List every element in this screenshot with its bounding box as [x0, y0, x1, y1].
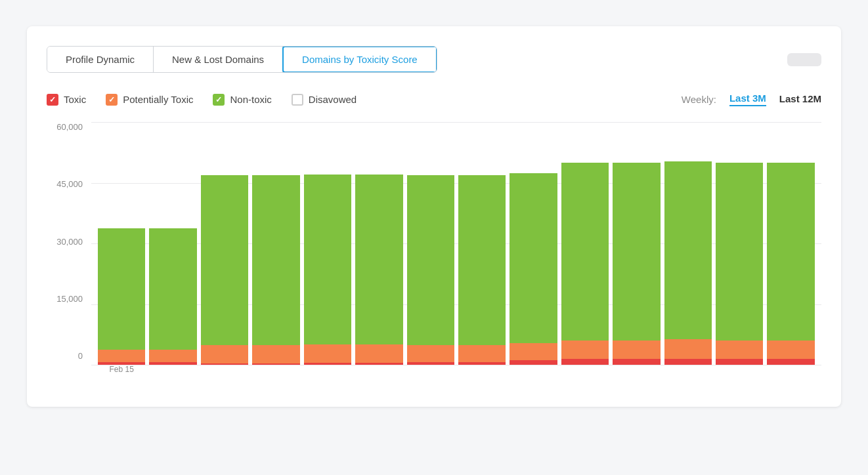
header: Profile DynamicNew & Lost DomainsDomains… — [47, 46, 821, 73]
bar-segment-green — [716, 163, 763, 341]
bar-segment-red — [716, 359, 763, 365]
grid-line — [91, 365, 821, 365]
chart-area: 60,00045,00030,00015,0000 Feb 15 — [47, 122, 821, 381]
bar-group — [767, 122, 814, 365]
bar-segment-green — [613, 163, 660, 341]
bar-segment-orange — [252, 345, 299, 363]
bar-segment-orange — [613, 341, 660, 359]
bar-segment-red — [149, 362, 196, 365]
tabs: Profile DynamicNew & Lost DomainsDomains… — [47, 46, 437, 73]
bar-segment-orange — [98, 350, 145, 363]
bar-group — [716, 122, 763, 365]
bar-segment-green — [252, 175, 299, 345]
bar-segment-green — [510, 173, 557, 343]
bar-segment-red — [407, 362, 454, 365]
y-tick: 0 — [78, 351, 83, 361]
bar-segment-red — [561, 359, 609, 365]
bar-segment-orange — [149, 350, 196, 363]
tab-domains-toxicity[interactable]: Domains by Toxicity Score — [282, 46, 437, 73]
legend-item-toxic[interactable]: ✓Toxic — [47, 94, 86, 106]
bar-segment-green — [767, 163, 814, 341]
legend-label-potentially-toxic: Potentially Toxic — [123, 94, 193, 105]
bar-group — [407, 122, 454, 365]
legend-row: ✓Toxic✓Potentially Toxic✓Non-toxicDisavo… — [47, 93, 821, 106]
bar-group — [613, 122, 660, 365]
bar-segment-red — [304, 363, 351, 365]
bar-segment-red — [252, 363, 299, 365]
chart-plot — [91, 122, 821, 365]
bar-segment-red — [613, 359, 660, 365]
time-controls: Weekly:Last 3MLast 12M — [682, 93, 821, 106]
checkbox-disavowed[interactable] — [292, 94, 303, 106]
x-label-group: Feb 15 — [98, 365, 145, 374]
bar-segment-green — [149, 228, 196, 350]
main-container: Profile DynamicNew & Lost DomainsDomains… — [27, 26, 841, 407]
bar-segment-green — [664, 161, 712, 339]
bar-segment-red — [664, 359, 712, 365]
legend-label-toxic: Toxic — [64, 94, 86, 105]
bar-segment-red — [767, 359, 814, 365]
bar-segment-orange — [716, 341, 763, 359]
bar-segment-green — [561, 163, 609, 341]
y-tick: 30,000 — [56, 237, 83, 247]
bar-group — [510, 122, 557, 365]
bars-container — [91, 122, 821, 365]
bar-segment-red — [98, 362, 145, 365]
checkbox-toxic[interactable]: ✓ — [47, 94, 58, 106]
checkbox-potentially-toxic[interactable]: ✓ — [106, 94, 118, 106]
bar-segment-red — [458, 362, 506, 365]
y-tick: 45,000 — [56, 179, 83, 189]
bar-segment-orange — [767, 341, 814, 359]
bar-segment-orange — [201, 345, 248, 363]
bar-segment-green — [407, 175, 454, 345]
view-full-report-button[interactable] — [787, 53, 821, 66]
time-option-last-3m[interactable]: Last 3M — [729, 93, 766, 106]
bar-segment-orange — [304, 344, 351, 363]
bar-segment-orange — [458, 345, 506, 362]
bar-segment-orange — [407, 345, 454, 362]
bar-group — [149, 122, 196, 365]
bar-group — [252, 122, 299, 365]
bar-segment-green — [355, 175, 402, 344]
bar-group — [355, 122, 402, 365]
bar-segment-orange — [664, 339, 712, 359]
bar-group — [98, 122, 145, 365]
bar-segment-green — [458, 175, 506, 345]
legend-item-potentially-toxic[interactable]: ✓Potentially Toxic — [106, 94, 193, 106]
legend-item-non-toxic[interactable]: ✓Non-toxic — [213, 94, 271, 106]
bar-segment-orange — [355, 344, 402, 363]
x-labels: Feb 15 — [91, 365, 821, 381]
tab-profile-dynamic[interactable]: Profile Dynamic — [47, 47, 154, 72]
bar-group — [664, 122, 712, 365]
time-option-last-12m[interactable]: Last 12M — [779, 93, 821, 106]
bar-group — [458, 122, 506, 365]
legend-label-non-toxic: Non-toxic — [230, 94, 271, 105]
bar-segment-green — [98, 228, 145, 350]
bar-segment-green — [201, 175, 248, 345]
tab-new-lost-domains[interactable]: New & Lost Domains — [154, 47, 283, 72]
y-tick: 15,000 — [56, 294, 83, 304]
bar-group — [201, 122, 248, 365]
legend-label-disavowed: Disavowed — [309, 94, 357, 105]
legend-item-disavowed[interactable]: Disavowed — [292, 94, 357, 106]
y-axis: 60,00045,00030,00015,0000 — [52, 122, 88, 361]
bar-segment-red — [355, 363, 402, 365]
checkbox-non-toxic[interactable]: ✓ — [213, 94, 225, 106]
y-tick: 60,000 — [56, 122, 83, 132]
bar-segment-orange — [561, 341, 609, 359]
x-label: Feb 15 — [110, 365, 134, 374]
bar-segment-red — [201, 363, 248, 365]
bar-segment-green — [304, 175, 351, 344]
bar-segment-orange — [510, 343, 557, 360]
chart-inner: 60,00045,00030,00015,0000 Feb 15 — [52, 122, 821, 381]
bar-group — [304, 122, 351, 365]
bar-segment-red — [510, 360, 557, 365]
time-label: Weekly: — [682, 94, 716, 105]
bar-group — [561, 122, 609, 365]
